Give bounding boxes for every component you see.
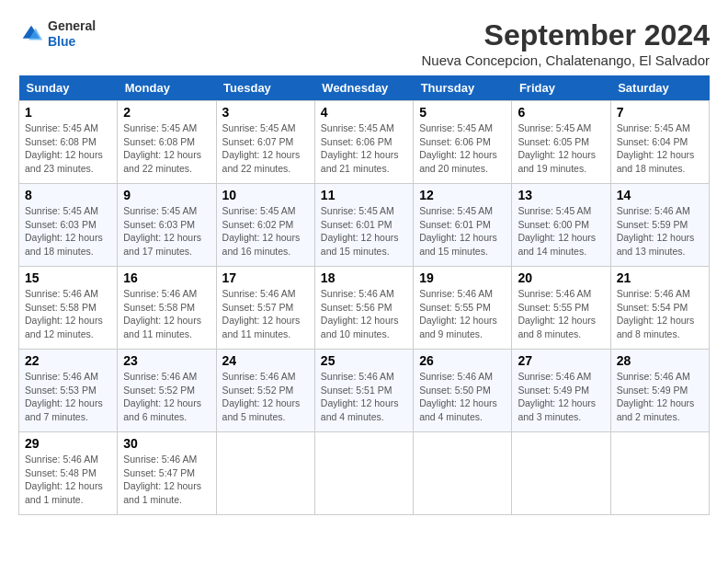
table-row: 10 Sunrise: 5:45 AMSunset: 6:02 PMDaylig… <box>216 184 314 267</box>
day-number: 10 <box>222 188 309 202</box>
day-number: 23 <box>123 353 210 368</box>
day-number: 4 <box>321 105 407 120</box>
day-number: 24 <box>222 353 309 368</box>
day-number: 21 <box>617 270 703 285</box>
table-row <box>610 432 709 515</box>
table-row: 25 Sunrise: 5:46 AMSunset: 5:51 PMDaylig… <box>314 350 413 432</box>
calendar-header-row: Sunday Monday Tuesday Wednesday Thursday… <box>19 75 710 101</box>
calendar-week-2: 8 Sunrise: 5:45 AMSunset: 6:03 PMDayligh… <box>19 184 710 267</box>
cell-info: Sunrise: 5:45 AMSunset: 6:05 PMDaylight:… <box>518 122 596 174</box>
cell-info: Sunrise: 5:46 AMSunset: 5:56 PMDaylight:… <box>321 288 399 339</box>
cell-info: Sunrise: 5:46 AMSunset: 5:53 PMDaylight:… <box>25 371 103 422</box>
table-row: 28 Sunrise: 5:46 AMSunset: 5:49 PMDaylig… <box>610 350 709 432</box>
day-number: 17 <box>222 270 309 285</box>
cell-info: Sunrise: 5:46 AMSunset: 5:50 PMDaylight:… <box>419 371 497 422</box>
calendar-week-4: 22 Sunrise: 5:46 AMSunset: 5:53 PMDaylig… <box>19 350 710 432</box>
day-number: 3 <box>222 105 309 120</box>
col-sunday: Sunday <box>19 75 118 101</box>
col-saturday: Saturday <box>610 75 709 101</box>
cell-info: Sunrise: 5:46 AMSunset: 5:58 PMDaylight:… <box>123 288 201 339</box>
day-number: 22 <box>25 353 111 368</box>
table-row: 15 Sunrise: 5:46 AMSunset: 5:58 PMDaylig… <box>19 267 118 350</box>
logo-icon <box>18 21 44 47</box>
table-row: 14 Sunrise: 5:46 AMSunset: 5:59 PMDaylig… <box>610 184 709 267</box>
cell-info: Sunrise: 5:45 AMSunset: 6:06 PMDaylight:… <box>419 122 497 174</box>
day-number: 28 <box>617 353 703 368</box>
cell-info: Sunrise: 5:45 AMSunset: 6:07 PMDaylight:… <box>222 122 301 174</box>
logo-blue-text: Blue <box>48 34 75 49</box>
cell-info: Sunrise: 5:45 AMSunset: 6:02 PMDaylight:… <box>222 205 301 257</box>
table-row <box>314 432 413 515</box>
table-row: 12 Sunrise: 5:45 AMSunset: 6:01 PMDaylig… <box>414 184 512 267</box>
table-row: 9 Sunrise: 5:45 AMSunset: 6:03 PMDayligh… <box>118 184 216 267</box>
day-number: 14 <box>617 188 703 202</box>
day-number: 29 <box>25 436 111 451</box>
table-row: 20 Sunrise: 5:46 AMSunset: 5:55 PMDaylig… <box>512 267 610 350</box>
table-row: 24 Sunrise: 5:46 AMSunset: 5:52 PMDaylig… <box>216 350 314 432</box>
cell-info: Sunrise: 5:46 AMSunset: 5:52 PMDaylight:… <box>123 371 201 422</box>
day-number: 19 <box>419 270 506 285</box>
day-number: 12 <box>419 188 506 202</box>
cell-info: Sunrise: 5:45 AMSunset: 6:03 PMDaylight:… <box>123 205 201 257</box>
cell-info: Sunrise: 5:46 AMSunset: 5:49 PMDaylight:… <box>518 371 596 422</box>
day-number: 20 <box>518 270 604 285</box>
cell-info: Sunrise: 5:46 AMSunset: 5:47 PMDaylight:… <box>123 454 201 505</box>
col-tuesday: Tuesday <box>216 75 314 101</box>
day-number: 11 <box>321 188 407 202</box>
day-number: 15 <box>25 270 111 285</box>
day-number: 27 <box>518 353 604 368</box>
table-row: 17 Sunrise: 5:46 AMSunset: 5:57 PMDaylig… <box>216 267 314 350</box>
table-row: 5 Sunrise: 5:45 AMSunset: 6:06 PMDayligh… <box>414 101 512 184</box>
table-row: 29 Sunrise: 5:46 AMSunset: 5:48 PMDaylig… <box>19 432 118 515</box>
table-row: 8 Sunrise: 5:45 AMSunset: 6:03 PMDayligh… <box>19 184 118 267</box>
day-number: 7 <box>617 105 703 120</box>
cell-info: Sunrise: 5:46 AMSunset: 5:54 PMDaylight:… <box>617 288 695 339</box>
calendar-week-1: 1 Sunrise: 5:45 AMSunset: 6:08 PMDayligh… <box>19 101 710 184</box>
day-number: 1 <box>25 105 111 120</box>
table-row: 1 Sunrise: 5:45 AMSunset: 6:08 PMDayligh… <box>19 101 118 184</box>
table-row: 4 Sunrise: 5:45 AMSunset: 6:06 PMDayligh… <box>314 101 413 184</box>
logo-general-text: General <box>48 18 96 33</box>
cell-info: Sunrise: 5:46 AMSunset: 5:48 PMDaylight:… <box>25 454 103 505</box>
cell-info: Sunrise: 5:45 AMSunset: 6:01 PMDaylight:… <box>419 205 497 257</box>
calendar-table: Sunday Monday Tuesday Wednesday Thursday… <box>18 75 710 515</box>
table-row: 18 Sunrise: 5:46 AMSunset: 5:56 PMDaylig… <box>314 267 413 350</box>
table-row: 22 Sunrise: 5:46 AMSunset: 5:53 PMDaylig… <box>19 350 118 432</box>
table-row: 23 Sunrise: 5:46 AMSunset: 5:52 PMDaylig… <box>118 350 216 432</box>
calendar-week-5: 29 Sunrise: 5:46 AMSunset: 5:48 PMDaylig… <box>19 432 710 515</box>
cell-info: Sunrise: 5:45 AMSunset: 6:03 PMDaylight:… <box>25 205 103 257</box>
page-container: General Blue September 2024 Nueva Concep… <box>18 18 710 515</box>
day-number: 25 <box>321 353 407 368</box>
table-row: 13 Sunrise: 5:45 AMSunset: 6:00 PMDaylig… <box>512 184 610 267</box>
cell-info: Sunrise: 5:46 AMSunset: 5:59 PMDaylight:… <box>617 205 695 257</box>
table-row <box>414 432 512 515</box>
table-row: 7 Sunrise: 5:45 AMSunset: 6:04 PMDayligh… <box>610 101 709 184</box>
table-row: 16 Sunrise: 5:46 AMSunset: 5:58 PMDaylig… <box>118 267 216 350</box>
table-row: 26 Sunrise: 5:46 AMSunset: 5:50 PMDaylig… <box>414 350 512 432</box>
col-monday: Monday <box>118 75 216 101</box>
cell-info: Sunrise: 5:46 AMSunset: 5:49 PMDaylight:… <box>617 371 695 422</box>
logo-text: General Blue <box>48 18 96 50</box>
table-row <box>216 432 314 515</box>
day-number: 5 <box>419 105 506 120</box>
location-title: Nueva Concepcion, Chalatenango, El Salva… <box>421 52 710 68</box>
day-number: 26 <box>419 353 506 368</box>
table-row: 27 Sunrise: 5:46 AMSunset: 5:49 PMDaylig… <box>512 350 610 432</box>
cell-info: Sunrise: 5:46 AMSunset: 5:55 PMDaylight:… <box>419 288 497 339</box>
table-row <box>512 432 610 515</box>
table-row: 30 Sunrise: 5:46 AMSunset: 5:47 PMDaylig… <box>118 432 216 515</box>
day-number: 18 <box>321 270 407 285</box>
col-wednesday: Wednesday <box>314 75 413 101</box>
col-thursday: Thursday <box>414 75 512 101</box>
cell-info: Sunrise: 5:45 AMSunset: 6:04 PMDaylight:… <box>617 122 695 174</box>
table-row: 3 Sunrise: 5:45 AMSunset: 6:07 PMDayligh… <box>216 101 314 184</box>
day-number: 13 <box>518 188 604 202</box>
table-row: 21 Sunrise: 5:46 AMSunset: 5:54 PMDaylig… <box>610 267 709 350</box>
month-title: September 2024 <box>421 18 710 52</box>
day-number: 9 <box>123 188 210 202</box>
cell-info: Sunrise: 5:45 AMSunset: 6:08 PMDaylight:… <box>25 122 103 174</box>
table-row: 11 Sunrise: 5:45 AMSunset: 6:01 PMDaylig… <box>314 184 413 267</box>
title-section: September 2024 Nueva Concepcion, Chalate… <box>421 18 710 68</box>
cell-info: Sunrise: 5:45 AMSunset: 6:00 PMDaylight:… <box>518 205 596 257</box>
cell-info: Sunrise: 5:45 AMSunset: 6:06 PMDaylight:… <box>321 122 399 174</box>
